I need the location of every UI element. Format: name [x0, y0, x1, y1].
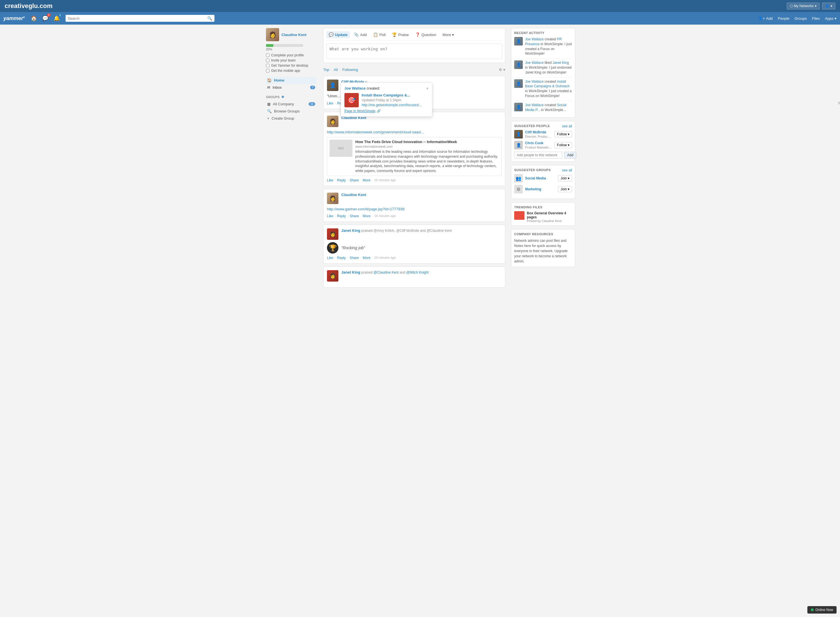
more-action[interactable]: More [363, 178, 370, 182]
popup-close-button[interactable]: × [426, 86, 429, 91]
post-link[interactable]: http://www.informationweek.com/governmen… [327, 130, 424, 134]
join-group-button[interactable]: Join ▾ [558, 186, 572, 192]
suggested-person: 👤 Chris Cook Product Marketin… Follow ▾ [514, 141, 572, 149]
compose-tab-praise[interactable]: 🏆 Praise [390, 31, 411, 38]
activity-author-link[interactable]: Joe Wallace [525, 103, 544, 107]
join-group-button[interactable]: Join ▾ [558, 175, 572, 182]
activity-author-link[interactable]: Joe Wallace [525, 80, 544, 84]
sidebar-browse-groups[interactable]: 🔍 Browse Groups [266, 108, 316, 115]
feed-settings-button[interactable]: ⚙ ▾ [499, 68, 505, 72]
mention-link[interactable]: @Mitch Knight [406, 270, 429, 275]
see-all-groups-link[interactable]: see all [562, 168, 572, 172]
checklist-checkbox[interactable] [266, 64, 269, 67]
activity-divider [514, 58, 572, 59]
files-nav-link[interactable]: Files [812, 16, 820, 21]
add-people-input[interactable] [514, 152, 562, 158]
sidebar-item-home[interactable]: 🏠 Home [266, 77, 316, 84]
sidebar: 👩 Claudine Kent 20% Complete your profil… [263, 28, 320, 291]
filter-all[interactable]: All [334, 68, 338, 72]
activity-author-link[interactable]: Joe Wallace [525, 61, 544, 65]
compose-tab-update[interactable]: 💬 Update [326, 31, 350, 38]
like-action[interactable]: Like [327, 214, 333, 218]
like-action[interactable]: Like [327, 101, 333, 105]
apps-nav-link[interactable]: Apps ▾ [825, 16, 837, 21]
group-name[interactable]: Marketing [525, 187, 556, 191]
more-action[interactable]: More [363, 256, 370, 260]
sidebar-checklist: Complete your profile Invite your team G… [266, 53, 316, 73]
popup-updated: Updated Friday at 1:34pm [362, 98, 422, 102]
suggested-name[interactable]: Chris Cook [525, 141, 552, 145]
share-action[interactable]: Share [350, 178, 359, 182]
poll-icon: 📋 [373, 32, 378, 37]
top-bar-right: ⬡ My Networks ▾ 👤 ▾ [787, 3, 836, 9]
add-nav-button[interactable]: 👤+ Add [758, 16, 773, 21]
activity-text: Joe Wallace created Social Media P... in… [525, 103, 572, 112]
my-networks-button[interactable]: ⬡ My Networks ▾ [787, 3, 820, 9]
activity-author-link[interactable]: Joe Wallace [525, 37, 544, 41]
progress-track [266, 44, 303, 47]
share-action[interactable]: Share [350, 256, 359, 260]
search-input[interactable] [68, 16, 207, 21]
notifications-nav-button[interactable]: 🔔 1 [52, 14, 61, 23]
see-all-people-link[interactable]: see all [562, 124, 572, 128]
more-action[interactable]: More [363, 214, 370, 218]
popup-page-link[interactable]: Page in WorkSimple [345, 109, 376, 113]
file-name[interactable]: Box General Overview 4 pages [527, 211, 572, 219]
sidebar-nav: 🏠 Home ✉ Inbox 7 [266, 77, 316, 91]
share-action[interactable]: Share [350, 214, 359, 218]
like-action[interactable]: Like [327, 178, 333, 182]
activity-subject-link[interactable]: Janet King [553, 61, 569, 65]
post-author[interactable]: Janet King [341, 228, 360, 233]
nav-bar: yammers 🏠 💬 7 🔔 1 🔍 👤+ Add People Groups… [0, 12, 840, 25]
chevron-down-icon: ▾ [831, 4, 832, 8]
like-action[interactable]: Like [327, 256, 333, 260]
sidebar-create-group[interactable]: + Create Group [266, 115, 316, 122]
chevron-down-icon: ▾ [568, 132, 569, 136]
post-author[interactable]: Claudine Kent [341, 193, 366, 197]
messages-nav-button[interactable]: 💬 7 [41, 14, 50, 23]
post-link[interactable]: http://www.gartner.com/it/page.jsp?id=17… [327, 207, 405, 211]
post-actions: Like · Reply · Share · More · 16 minutes… [327, 214, 501, 218]
home-nav-button[interactable]: 🏠 [30, 14, 38, 23]
post-link-preview: IMG How The Feds Drive Cloud Innovation … [327, 137, 501, 176]
checklist-checkbox[interactable] [266, 53, 269, 57]
compose-tab-add[interactable]: 📎 Add [352, 31, 369, 38]
notifications-badge: 1 [58, 13, 62, 17]
sidebar-item-inbox[interactable]: ✉ Inbox 7 [266, 84, 316, 91]
post-author[interactable]: Janet King [341, 270, 360, 275]
sidebar-user-name[interactable]: Claudine Kent [281, 32, 306, 37]
checklist-checkbox[interactable] [266, 59, 269, 62]
people-nav-link[interactable]: People [778, 16, 789, 21]
post-timestamp: 23 minutes ago [374, 256, 396, 260]
popup-link-title[interactable]: Install Base Campaigns &... [362, 93, 422, 97]
reply-action[interactable]: Reply [337, 178, 346, 182]
compose-more-button[interactable]: More ▾ [440, 31, 457, 38]
popup-content: 🎯 Install Base Campaigns &... Updated Fr… [345, 93, 429, 107]
praise-icon: 🏆 [392, 32, 397, 37]
add-people-button[interactable]: Add [564, 152, 576, 158]
filter-following[interactable]: Following [342, 68, 358, 72]
compose-tab-poll[interactable]: 📋 Poll [371, 31, 388, 38]
groups-nav-link[interactable]: Groups [794, 16, 807, 21]
link-title[interactable]: How The Feds Drive Cloud Innovation -- I… [355, 140, 499, 144]
mention-link[interactable]: @Claudine Kent [374, 270, 399, 275]
post-header: 👩 Janet King praised @Amy Krilich, @Clif… [327, 228, 501, 240]
filter-top[interactable]: Top [323, 68, 329, 72]
activity-divider [514, 77, 572, 78]
follow-button[interactable]: Follow ▾ [554, 131, 572, 137]
suggested-name[interactable]: Cliff McBride [525, 130, 552, 134]
chevron-down-icon: ▾ [834, 16, 837, 21]
reply-action[interactable]: Reply [337, 256, 346, 260]
compose-tab-question[interactable]: ❓ Question [413, 31, 439, 38]
user-menu-button[interactable]: 👤 ▾ [822, 3, 836, 9]
sidebar-group-all-company[interactable]: ▦ All Company 11 [266, 100, 316, 108]
reply-action[interactable]: Reply [337, 214, 346, 218]
popup-url[interactable]: http://me.getworksimple.com/focuses/... [362, 103, 422, 107]
activity-item: 👤 Joe Wallace created Install Base Campa… [514, 79, 572, 99]
follow-button[interactable]: Follow ▾ [554, 142, 572, 148]
group-name[interactable]: Social Media [525, 176, 556, 180]
add-group-icon[interactable]: ⊕ [281, 95, 284, 99]
checklist-checkbox[interactable] [266, 69, 269, 72]
compose-input[interactable] [326, 43, 502, 59]
trending-files-widget: TRENDING FILES Box General Overview 4 pa… [511, 202, 575, 226]
